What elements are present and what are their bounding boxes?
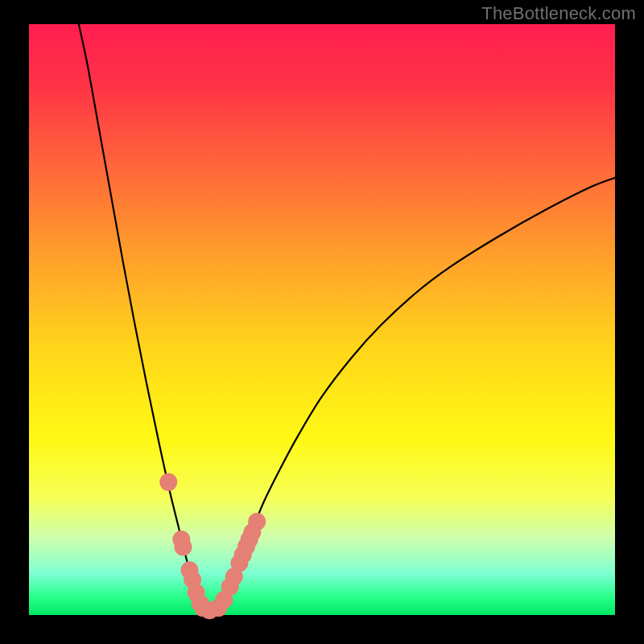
- sample-dot: [248, 513, 266, 530]
- watermark-text: TheBottleneck.com: [481, 3, 636, 24]
- chart-svg: [0, 0, 644, 644]
- chart-canvas: TheBottleneck.com: [0, 0, 644, 644]
- plot-background: [29, 24, 615, 615]
- sample-dot: [159, 473, 177, 491]
- sample-dot: [174, 539, 192, 556]
